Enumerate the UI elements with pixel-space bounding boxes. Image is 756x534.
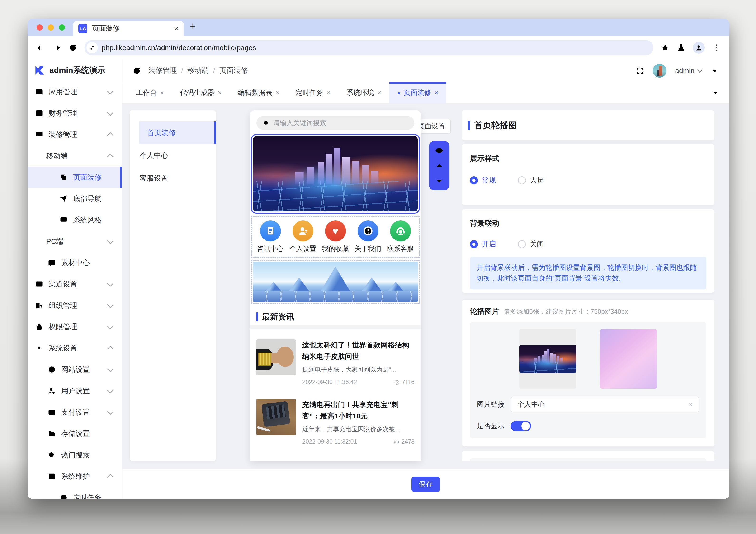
tab-system-env[interactable]: 系统环境× <box>338 82 389 103</box>
sidebar-item-organization[interactable]: 组织管理 <box>28 295 122 316</box>
refresh-icon[interactable] <box>132 66 141 75</box>
field-label: 背景联动 <box>470 218 706 228</box>
sidebar-item-system-maintenance[interactable]: 系统维护 <box>28 466 122 487</box>
nav-item-service[interactable]: 联系客服 <box>387 221 415 253</box>
fullscreen-icon[interactable] <box>635 67 644 75</box>
url-text[interactable]: php.likeadmin.cn/admin/decoration/mobile… <box>102 44 256 52</box>
breadcrumb-item[interactable]: 装修管理 <box>148 66 177 75</box>
radio-linkage-off[interactable]: 关闭 <box>518 239 544 249</box>
visibility-toggle[interactable] <box>511 421 531 431</box>
back-icon[interactable] <box>36 43 45 52</box>
sidebar-item-user-settings[interactable]: 用户设置 <box>28 380 122 402</box>
sidebar-item-permissions[interactable]: 权限管理 <box>28 316 122 337</box>
sidebar-item-channel-settings[interactable]: 渠道设置 <box>28 273 122 295</box>
image-link-input[interactable]: × <box>511 397 699 412</box>
sidebar-item-bottom-nav[interactable]: 底部导航 <box>28 188 122 209</box>
tab-overflow-chevron-icon[interactable] <box>712 82 729 103</box>
sidebar-item-payment-settings[interactable]: 支付设置 <box>28 402 122 423</box>
radio-icon <box>470 240 478 248</box>
sidebar-item-material-center[interactable]: 素材中心 <box>28 252 122 273</box>
sidebar-item-mobile[interactable]: 移动端 <box>28 145 122 167</box>
sidebar-item-scheduled-tasks[interactable]: 定时任务 <box>28 487 122 499</box>
tab-edit-table[interactable]: 编辑数据表× <box>230 82 287 103</box>
sidebar-item-hot-search[interactable]: 热门搜索 <box>28 444 122 466</box>
hide-eye-off-icon[interactable] <box>435 146 444 155</box>
tab-scheduled-tasks[interactable]: 定时任务× <box>287 82 338 103</box>
tab-code-generator[interactable]: 代码生成器× <box>172 82 230 103</box>
page-item-home[interactable]: 首页装修 <box>139 121 216 144</box>
sidebar-item-website-settings[interactable]: 网站设置 <box>28 359 122 380</box>
browser-tab[interactable]: LA 页面装修 × <box>73 21 184 36</box>
close-tab-icon[interactable]: × <box>377 89 381 96</box>
bookmark-star-icon[interactable] <box>661 43 670 52</box>
browser-menu-icon[interactable] <box>712 43 721 52</box>
image-link-value[interactable] <box>517 400 688 409</box>
close-tab-icon[interactable]: × <box>435 89 438 96</box>
drag-move-icon[interactable] <box>688 420 698 430</box>
nav-item-about[interactable]: 关于我们 <box>354 221 382 253</box>
close-tab-icon[interactable]: × <box>327 89 330 96</box>
close-tab-icon[interactable]: × <box>160 89 164 96</box>
headset-icon <box>390 221 411 241</box>
banner2-component[interactable] <box>251 260 420 304</box>
page-item-personal-center[interactable]: 个人中心 <box>130 144 216 167</box>
address-bar[interactable]: php.likeadmin.cn/admin/decoration/mobile… <box>85 40 653 55</box>
news-item[interactable]: 这也太科幻了！世界首款网格结构纳米电子皮肤问世 提到电子皮肤，大家可别以为是“…… <box>255 333 416 392</box>
news-icon <box>260 221 281 241</box>
phone-preview: 请输入关键词搜索 咨讯中心 个人设置 <box>250 110 421 461</box>
new-tab-button[interactable]: + <box>190 19 196 34</box>
sidebar-item-page-decoration[interactable]: 页面装修 <box>28 167 122 188</box>
news-thumbnail <box>256 399 296 435</box>
breadcrumb-item[interactable]: 页面装修 <box>219 66 248 75</box>
news-title: 充满电再出门！共享充电宝“刺客”：最高1小时10元 <box>302 399 415 422</box>
close-tab-icon[interactable]: × <box>218 89 222 96</box>
move-down-chevron-icon[interactable] <box>435 176 444 186</box>
sidebar-item-app-management[interactable]: 应用管理 <box>28 81 122 102</box>
sidebar-item-storage-settings[interactable]: 存储设置 <box>28 423 122 444</box>
banner-component-selected[interactable] <box>251 134 420 214</box>
page-item-customer-service[interactable]: 客服设置 <box>130 167 216 190</box>
avatar[interactable] <box>653 64 666 78</box>
close-tab-icon[interactable]: × <box>276 89 280 96</box>
user-menu[interactable]: admin <box>675 67 702 75</box>
radio-style-normal[interactable]: 常规 <box>470 175 496 185</box>
sidebar-item-finance[interactable]: 财务管理 <box>28 102 122 124</box>
close-window-button[interactable] <box>37 24 43 31</box>
zoom-window-button[interactable] <box>59 24 65 31</box>
breadcrumb-item[interactable]: 移动端 <box>187 66 209 75</box>
tab-workbench[interactable]: 工作台× <box>128 82 172 103</box>
radio-linkage-on[interactable]: 开启 <box>470 239 496 249</box>
settings-gear-icon[interactable] <box>711 67 719 75</box>
site-info-icon[interactable] <box>86 42 98 53</box>
sidebar-item-decoration[interactable]: 装修管理 <box>28 124 122 145</box>
radio-style-large[interactable]: 大屏 <box>518 175 544 185</box>
radio-icon <box>518 176 526 184</box>
phone-search-bar[interactable]: 请输入关键词搜索 <box>256 116 414 130</box>
nav-item-news[interactable]: 咨讯中心 <box>256 221 284 253</box>
minimize-window-button[interactable] <box>48 24 54 31</box>
tab-page-decoration[interactable]: ●页面装修× <box>390 82 446 103</box>
save-button[interactable]: 保存 <box>412 477 440 492</box>
chevron-down-icon <box>107 323 114 330</box>
news-item[interactable]: 充满电再出门！共享充电宝“刺客”：最高1小时10元 近年来，共享充电宝因涨价多次… <box>255 392 416 452</box>
browser-profile-icon[interactable] <box>693 42 705 54</box>
search-icon <box>263 120 270 126</box>
nav-item-profile[interactable]: 个人设置 <box>289 221 317 253</box>
carousel-thumb-abstract[interactable] <box>600 329 657 388</box>
monitor-icon <box>59 216 68 224</box>
reload-icon[interactable] <box>68 43 77 52</box>
inspector-header: 首页轮播图 <box>462 110 715 140</box>
sidebar-item-pc[interactable]: PC端 <box>28 231 122 252</box>
labs-flask-icon[interactable] <box>677 43 686 52</box>
clear-input-icon[interactable]: × <box>688 400 693 409</box>
carousel-thumb-city[interactable] <box>519 329 576 388</box>
move-up-chevron-icon[interactable] <box>435 161 444 171</box>
sidebar-item-system-settings[interactable]: 系统设置 <box>28 337 122 359</box>
lock-icon <box>35 323 43 331</box>
link-field-label: 图片链接 <box>477 400 504 409</box>
forward-icon[interactable] <box>52 43 61 52</box>
nav-grid-component[interactable]: 咨讯中心 个人设置 ♥ 我的收藏 <box>251 216 420 258</box>
close-tab-icon[interactable]: × <box>174 24 178 33</box>
nav-item-favorites[interactable]: ♥ 我的收藏 <box>321 221 349 253</box>
sidebar-item-system-style[interactable]: 系统风格 <box>28 209 122 231</box>
